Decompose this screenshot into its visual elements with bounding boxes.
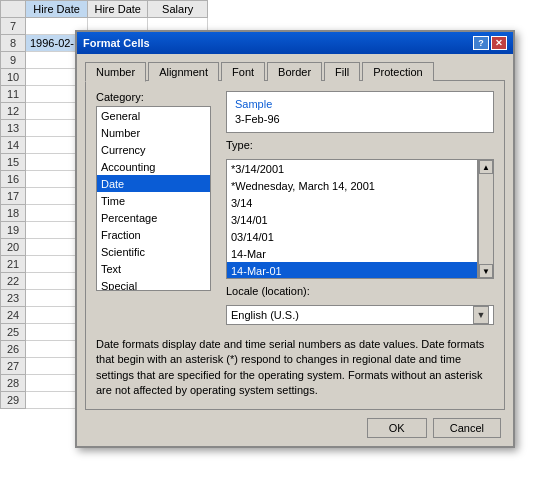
- category-item-general[interactable]: General: [97, 107, 210, 124]
- row-header-26: 26: [1, 341, 26, 358]
- row-header-8: 8: [1, 35, 26, 52]
- row-header-29: 29: [1, 392, 26, 409]
- tab-bar: Number Alignment Font Border Fill Protec…: [85, 62, 505, 81]
- category-item-number[interactable]: Number: [97, 124, 210, 141]
- row-header-28: 28: [1, 375, 26, 392]
- category-item-special[interactable]: Special: [97, 277, 210, 291]
- row-header-25: 25: [1, 324, 26, 341]
- help-button[interactable]: ?: [473, 36, 489, 50]
- type-item-5[interactable]: 14-Mar: [227, 245, 477, 262]
- format-description: Date formats display date and time seria…: [96, 333, 494, 399]
- category-label: Category:: [96, 91, 216, 103]
- category-item-percentage[interactable]: Percentage: [97, 209, 210, 226]
- row-header-22: 22: [1, 273, 26, 290]
- dialog-content: Number Alignment Font Border Fill Protec…: [77, 54, 513, 446]
- row-header-7: 7: [1, 18, 26, 35]
- locale-select[interactable]: English (U.S.) ▼: [226, 305, 494, 325]
- row-header-23: 23: [1, 290, 26, 307]
- locale-label: Locale (location):: [226, 285, 494, 297]
- scroll-up-button[interactable]: ▲: [479, 160, 493, 174]
- tab-alignment[interactable]: Alignment: [148, 62, 219, 81]
- row-header-16: 16: [1, 171, 26, 188]
- cancel-button[interactable]: Cancel: [433, 418, 501, 438]
- category-item-accounting[interactable]: Accounting: [97, 158, 210, 175]
- tab-panel-number: Category: General Number Currency Accoun…: [85, 80, 505, 410]
- scroll-down-button[interactable]: ▼: [479, 264, 493, 278]
- category-section: Category: General Number Currency Accoun…: [96, 91, 216, 325]
- row-header-13: 13: [1, 120, 26, 137]
- row-header: [1, 1, 26, 18]
- type-item-3[interactable]: 3/14/01: [227, 211, 477, 228]
- bottom-buttons: OK Cancel: [85, 418, 505, 438]
- format-cells-dialog: Format Cells ? ✕ Number Alignment Font B…: [75, 30, 515, 448]
- col-header-c: Salary: [148, 1, 208, 18]
- category-item-scientific[interactable]: Scientific: [97, 243, 210, 260]
- row-header-11: 11: [1, 86, 26, 103]
- type-scrollbar[interactable]: ▲ ▼: [478, 159, 494, 279]
- scrollbar-track: [479, 174, 493, 264]
- sample-value: 3-Feb-96: [235, 112, 485, 126]
- panel-inner: Category: General Number Currency Accoun…: [96, 91, 494, 325]
- type-list-container: *3/14/2001 *Wednesday, March 14, 2001 3/…: [226, 159, 494, 279]
- col-header-b: Hire Date: [88, 1, 148, 18]
- type-item-0[interactable]: *3/14/2001: [227, 160, 477, 177]
- ok-button[interactable]: OK: [367, 418, 427, 438]
- row-header-19: 19: [1, 222, 26, 239]
- row-header-20: 20: [1, 239, 26, 256]
- category-item-text[interactable]: Text: [97, 260, 210, 277]
- title-bar-buttons: ? ✕: [473, 36, 507, 50]
- type-item-2[interactable]: 3/14: [227, 194, 477, 211]
- row-header-27: 27: [1, 358, 26, 375]
- row-header-15: 15: [1, 154, 26, 171]
- tab-protection[interactable]: Protection: [362, 62, 434, 81]
- row-header-9: 9: [1, 52, 26, 69]
- category-item-date[interactable]: Date: [97, 175, 210, 192]
- tab-font[interactable]: Font: [221, 62, 265, 81]
- type-label: Type:: [226, 139, 494, 151]
- dialog-title-bar: Format Cells ? ✕: [77, 32, 513, 54]
- row-header-12: 12: [1, 103, 26, 120]
- row-header-18: 18: [1, 205, 26, 222]
- category-item-currency[interactable]: Currency: [97, 141, 210, 158]
- locale-value: English (U.S.): [231, 309, 473, 321]
- category-list[interactable]: General Number Currency Accounting Date …: [96, 106, 211, 291]
- tab-border[interactable]: Border: [267, 62, 322, 81]
- col-header-a: Hire Date: [26, 1, 88, 18]
- row-header-10: 10: [1, 69, 26, 86]
- tab-number[interactable]: Number: [85, 62, 146, 82]
- row-header-17: 17: [1, 188, 26, 205]
- type-item-6[interactable]: 14-Mar-01: [227, 262, 477, 279]
- row-header-14: 14: [1, 137, 26, 154]
- type-list[interactable]: *3/14/2001 *Wednesday, March 14, 2001 3/…: [226, 159, 478, 279]
- row-header-24: 24: [1, 307, 26, 324]
- row-header-21: 21: [1, 256, 26, 273]
- right-section: Sample 3-Feb-96 Type: *3/14/2001 *Wednes…: [226, 91, 494, 325]
- close-button[interactable]: ✕: [491, 36, 507, 50]
- category-item-time[interactable]: Time: [97, 192, 210, 209]
- dialog-title: Format Cells: [83, 37, 150, 49]
- type-item-1[interactable]: *Wednesday, March 14, 2001: [227, 177, 477, 194]
- tab-fill[interactable]: Fill: [324, 62, 360, 81]
- locale-dropdown-arrow[interactable]: ▼: [473, 306, 489, 324]
- sample-label: Sample: [235, 98, 485, 110]
- category-item-fraction[interactable]: Fraction: [97, 226, 210, 243]
- sample-section: Sample 3-Feb-96: [226, 91, 494, 133]
- type-item-4[interactable]: 03/14/01: [227, 228, 477, 245]
